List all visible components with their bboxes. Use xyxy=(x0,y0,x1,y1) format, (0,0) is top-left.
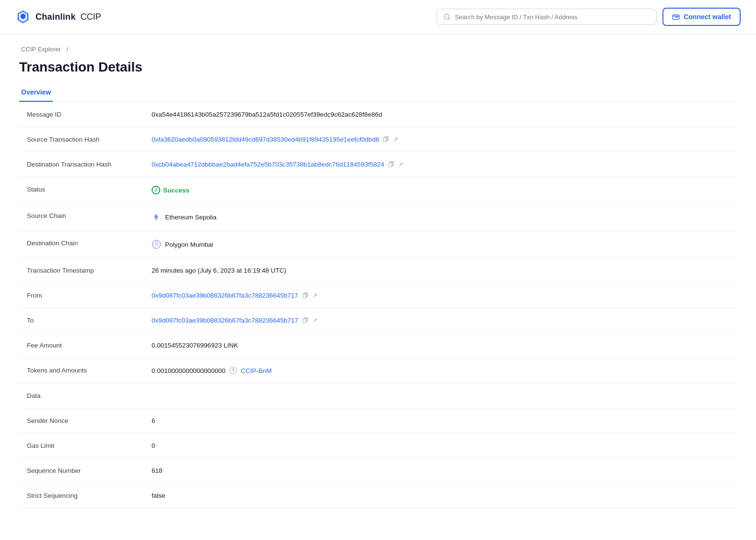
table-row: Source Transaction Hash 0xfa3620aedb0a09… xyxy=(19,127,737,152)
field-label-sender-nonce: Sender Nonce xyxy=(27,417,152,424)
field-value-sender-nonce: 6 xyxy=(152,417,155,424)
wallet-icon xyxy=(672,13,680,21)
svg-marker-8 xyxy=(156,217,158,220)
svg-point-12 xyxy=(152,240,160,248)
breadcrumb-parent[interactable]: CCIP Explorer xyxy=(21,46,61,53)
external-link-icon[interactable]: ↗ xyxy=(398,161,403,168)
table-row: Tokens and Amounts 0.0010000000000000000… xyxy=(19,358,737,384)
field-label-tokens-amounts: Tokens and Amounts xyxy=(27,367,152,374)
svg-marker-9 xyxy=(154,217,156,220)
external-link-icon[interactable]: ↗ xyxy=(393,136,398,143)
chainlink-logo-icon xyxy=(15,9,31,24)
logo-name: Chainlink xyxy=(35,12,76,22)
tab-overview[interactable]: Overview xyxy=(19,84,53,102)
table-row: Strict Sequencing false xyxy=(19,483,737,508)
from-address-link[interactable]: 0x9d087fc03ae39b088326b67fa3c788236645b7… xyxy=(152,292,298,299)
svg-line-4 xyxy=(449,18,450,20)
field-label-fee-amount: Fee Amount xyxy=(27,342,152,349)
copy-icon[interactable]: 🗍 xyxy=(388,161,394,168)
copy-icon[interactable]: 🗍 xyxy=(383,136,389,143)
table-row: Sender Nonce 6 xyxy=(19,408,737,433)
breadcrumb-separator: / xyxy=(66,46,68,53)
field-label-dest-chain: Destination Chain xyxy=(27,240,152,247)
copy-icon[interactable]: 🗍 xyxy=(302,317,308,324)
copy-icon[interactable]: 🗍 xyxy=(302,292,308,299)
external-link-icon[interactable]: ↗ xyxy=(312,292,318,299)
field-label-timestamp: Transaction Timestamp xyxy=(27,267,152,274)
table-row: Status ✓ Success xyxy=(19,177,737,204)
connect-wallet-button[interactable]: Connect wallet xyxy=(662,8,741,26)
table-row: From 0x9d087fc03ae39b088326b67fa3c788236… xyxy=(19,283,737,308)
polygon-icon xyxy=(152,240,161,249)
search-input[interactable] xyxy=(455,13,650,21)
field-value-sequence-number: 618 xyxy=(152,467,163,474)
table-row: Fee Amount 0.001545523076996923 LINK xyxy=(19,333,737,358)
field-value-source-chain: Ethereum Sepolia xyxy=(152,212,216,222)
ethereum-icon xyxy=(152,212,161,222)
dest-hash-link[interactable]: 0xcb04abea4712dbbbae2bad4efa752e5b703c35… xyxy=(152,161,384,168)
help-icon[interactable]: ? xyxy=(229,367,237,374)
table-row: Gas Limit 0 xyxy=(19,433,737,458)
field-label-message-id: Message ID xyxy=(27,111,152,118)
external-link-icon[interactable]: ↗ xyxy=(312,317,318,324)
status-badge: ✓ Success xyxy=(152,186,189,194)
field-value-dest-chain: Polygon Mumbai xyxy=(152,240,213,249)
field-label-status: Status xyxy=(27,186,152,193)
source-hash-link[interactable]: 0xfa3620aedb0a090593812fdd49cd697d38530e… xyxy=(152,136,379,143)
table-row: Destination Chain Polygon Mumbai xyxy=(19,231,737,258)
field-label-source-chain: Source Chain xyxy=(27,212,152,219)
breadcrumb: CCIP Explorer / xyxy=(19,46,737,53)
to-address-link[interactable]: 0x9d087fc03ae39b088326b67fa3c788236645b7… xyxy=(152,317,298,324)
field-label-to: To xyxy=(27,317,152,324)
table-row: Source Chain Ethereum Sepolia xyxy=(19,204,737,231)
field-value-timestamp: 26 minutes ago (July 6, 2023 at 16:19:48… xyxy=(152,267,286,274)
field-value-fee-amount: 0.001545523076996923 LINK xyxy=(152,342,238,349)
table-row: Data xyxy=(19,384,737,408)
field-value-strict-sequencing: false xyxy=(152,492,165,499)
field-value-to: 0x9d087fc03ae39b088326b67fa3c788236645b7… xyxy=(152,317,318,324)
field-value-message-id: 0xa54e44186143b05a257239679ba512a5fd1c02… xyxy=(152,111,382,118)
field-label-dest-hash: Destination Transaction Hash xyxy=(27,161,152,168)
table-row: Message ID 0xa54e44186143b05a257239679ba… xyxy=(19,102,737,127)
field-label-from: From xyxy=(27,292,152,299)
breadcrumb-area: CCIP Explorer / xyxy=(0,34,756,57)
table-row: To 0x9d087fc03ae39b088326b67fa3c78823664… xyxy=(19,308,737,333)
table-row: Destination Transaction Hash 0xcb04abea4… xyxy=(19,152,737,177)
svg-marker-13 xyxy=(155,242,158,246)
field-value-dest-hash: 0xcb04abea4712dbbbae2bad4efa752e5b703c35… xyxy=(152,161,403,168)
search-bar[interactable] xyxy=(436,9,657,25)
token-name-link[interactable]: CCIP-BnM xyxy=(241,367,272,374)
details-table: Message ID 0xa54e44186143b05a257239679ba… xyxy=(19,102,737,508)
field-label-data: Data xyxy=(27,392,152,399)
header: Chainlink CCIP Connect wallet xyxy=(0,0,756,34)
logo-product: CCIP xyxy=(81,12,101,22)
page-title: Transaction Details xyxy=(0,57,756,75)
field-label-strict-sequencing: Strict Sequencing xyxy=(27,492,152,499)
field-label-sequence-number: Sequence Number xyxy=(27,467,152,474)
field-value-gas-limit: 0 xyxy=(152,442,155,449)
search-icon xyxy=(443,13,451,21)
header-right: Connect wallet xyxy=(436,8,741,26)
table-row: Transaction Timestamp 26 minutes ago (Ju… xyxy=(19,258,737,283)
tabs-area: Overview xyxy=(0,75,756,102)
table-row: Sequence Number 618 xyxy=(19,458,737,483)
field-value-status: ✓ Success xyxy=(152,186,189,194)
field-label-source-hash: Source Transaction Hash xyxy=(27,136,152,143)
field-value-tokens-amounts: 0.0010000000000000000 ? CCIP-BnM xyxy=(152,367,272,374)
field-value-from: 0x9d087fc03ae39b088326b67fa3c788236645b7… xyxy=(152,292,318,299)
status-check-icon: ✓ xyxy=(152,186,160,194)
field-label-gas-limit: Gas Limit xyxy=(27,442,152,449)
logo-area: Chainlink CCIP xyxy=(15,9,101,24)
field-value-source-hash: 0xfa3620aedb0a090593812fdd49cd697d38530e… xyxy=(152,136,398,143)
